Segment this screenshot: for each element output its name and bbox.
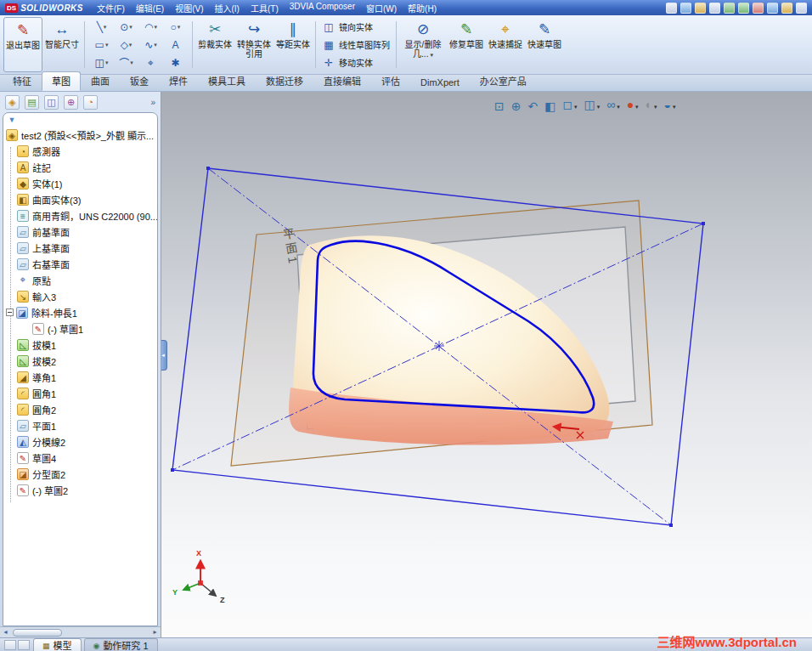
tree-item[interactable]: ◜ 圓角2 — [3, 401, 157, 417]
tab-weldments[interactable]: 焊件 — [159, 71, 198, 91]
menu-window[interactable]: 窗口(W) — [366, 2, 397, 14]
edit-appearance-icon[interactable]: ● — [627, 97, 639, 115]
options-icon[interactable] — [767, 3, 778, 14]
circle-tool[interactable]: ⊙ — [114, 18, 138, 36]
sketch-point[interactable] — [171, 468, 174, 472]
dimxpertmanager-tab-icon[interactable]: ⊕ — [64, 95, 78, 110]
tree-item[interactable]: ◜ 圓角1 — [3, 385, 157, 401]
slot-tool[interactable]: ◫ — [89, 54, 114, 71]
tab-features[interactable]: 特征 — [3, 71, 42, 91]
tree-item[interactable]: A 註記 — [3, 159, 157, 175]
save-icon[interactable] — [695, 3, 706, 14]
split-view-icon[interactable] — [4, 640, 16, 650]
point-tool[interactable]: ✱ — [163, 54, 188, 71]
tab-data-migration[interactable]: 数据迁移 — [256, 71, 313, 91]
tree-item[interactable]: ◆ 实体(1) — [3, 175, 157, 191]
tree-item[interactable]: ≡ 商用青銅，UNS C22000 (90... — [3, 207, 157, 224]
tree-item[interactable]: ⌖ 原點 — [3, 272, 157, 288]
panel-horizontal-scrollbar[interactable] — [0, 626, 161, 637]
exit-sketch-button[interactable]: ✎ 退出草图 — [3, 17, 42, 72]
viewport-canvas[interactable]: X Y Z — [161, 92, 812, 637]
menu-3dvia-composer[interactable]: 3DVIA Composer — [290, 2, 355, 14]
configurationmanager-tab-icon[interactable]: ◫ — [44, 95, 59, 110]
scrollbar-thumb[interactable] — [13, 629, 62, 637]
tree-item[interactable]: ◧ 曲面实体(3) — [3, 191, 157, 207]
tab-direct-editing[interactable]: 直接编辑 — [313, 71, 371, 91]
filter-icon[interactable] — [7, 115, 17, 125]
tab-mold-tools[interactable]: 模具工具 — [198, 71, 256, 91]
panel-splitter-handle[interactable] — [161, 340, 167, 371]
smart-dimension-button[interactable]: ↔ 智能尺寸 — [42, 17, 82, 72]
scroll-right-icon[interactable] — [149, 627, 161, 637]
text-tool[interactable]: A — [163, 36, 188, 54]
propertymanager-tab-icon[interactable]: ▤ — [25, 95, 39, 110]
trim-entities-button[interactable]: ✂ 剪裁实体 — [195, 17, 234, 72]
tab-office-products[interactable]: 办公室产品 — [470, 71, 537, 91]
redo-icon[interactable] — [738, 3, 749, 14]
repair-sketch-button[interactable]: ✎ 修复草图 — [447, 17, 486, 72]
open-icon[interactable] — [680, 3, 691, 14]
mirror-entities-button[interactable]: ◫ 镜向实体 — [322, 19, 390, 35]
spline-tool[interactable]: ∿ — [138, 36, 163, 54]
sketch-point[interactable] — [669, 524, 673, 527]
sketch-fillet-tool[interactable]: ⌒ — [114, 54, 138, 71]
convert-entities-button[interactable]: ↪ 转换实体引用 — [234, 17, 273, 72]
menu-edit[interactable]: 编辑(E) — [136, 2, 164, 14]
menu-file[interactable]: 文件(F) — [97, 2, 125, 14]
centerline-tool[interactable]: ⌖ — [138, 54, 163, 71]
linear-sketch-pattern-button[interactable]: ▦ 线性草图阵列 — [322, 37, 390, 53]
view-settings-icon[interactable]: ◒ — [664, 97, 676, 115]
tree-item[interactable]: ✎ (-) 草圖1 — [3, 320, 157, 337]
tab-dimxpert[interactable]: DimXpert — [410, 75, 470, 91]
tree-item[interactable]: ◪ 除料-伸長1 — [3, 304, 157, 320]
graphics-viewport[interactable]: X Y Z ⊡ ⊕ ↶ ◧ ◻ ◫ ∞ ● ◐ ◒ 平面1 — [161, 92, 812, 637]
motion-study-tab[interactable]: 動作研究 1 — [84, 638, 158, 651]
displaymanager-tab-icon[interactable]: ◔ — [83, 95, 98, 110]
help-icon[interactable] — [796, 3, 807, 14]
tree-item[interactable]: ◺ 拔模1 — [3, 337, 157, 353]
tree-item[interactable]: ◪ 分型面2 — [3, 466, 157, 482]
tab-surfaces[interactable]: 曲面 — [81, 71, 120, 91]
tab-evaluate[interactable]: 评估 — [371, 71, 410, 91]
section-view-icon[interactable]: ◧ — [544, 99, 555, 114]
polygon-tool[interactable]: ◇ — [114, 36, 138, 54]
tree-item[interactable]: ✎ (-) 草圖2 — [3, 482, 157, 498]
undo-icon[interactable] — [724, 3, 735, 14]
rectangle-tool[interactable]: ▭ — [89, 36, 114, 54]
menu-tools[interactable]: 工具(T) — [251, 2, 279, 14]
color-swatch-icon[interactable] — [781, 3, 792, 14]
collapse-toggle[interactable] — [6, 309, 14, 316]
tree-item[interactable]: ▱ 平面1 — [3, 417, 157, 433]
tree-item-root[interactable]: ◈ test2 (預設<<預設>_外觀 顯示... — [3, 127, 157, 143]
pane-layout-icon[interactable] — [18, 640, 30, 650]
tree-item[interactable]: ◭ 分模線2 — [3, 433, 157, 450]
featuremanager-tab-icon[interactable]: ◈ — [5, 95, 20, 110]
tab-sheet-metal[interactable]: 钣金 — [120, 71, 159, 91]
print-icon[interactable] — [709, 3, 720, 14]
view-orientation-icon[interactable]: ◻ — [562, 97, 577, 115]
new-document-icon[interactable] — [666, 3, 677, 14]
line-tool[interactable]: ╲ — [89, 18, 114, 36]
previous-view-icon[interactable]: ↶ — [527, 99, 538, 114]
arc-tool[interactable]: ◠ — [138, 18, 163, 36]
zoom-fit-icon[interactable]: ⊡ — [494, 99, 505, 114]
scroll-left-icon[interactable] — [0, 627, 11, 637]
display-delete-relations-button[interactable]: ⊘ 显示/删除几... — [399, 17, 447, 72]
menu-view[interactable]: 视图(V) — [175, 2, 203, 14]
sketch-point[interactable] — [206, 167, 210, 170]
tree-item[interactable]: ▱ 右基準面 — [3, 256, 157, 272]
model-tab[interactable]: 模型 — [33, 638, 82, 651]
tree-item[interactable]: ✎ 草圖4 — [3, 450, 157, 466]
panel-overflow-chevron-icon[interactable] — [150, 98, 155, 107]
zoom-area-icon[interactable]: ⊕ — [511, 99, 522, 114]
tab-sketch[interactable]: 草图 — [42, 71, 81, 91]
quick-snaps-button[interactable]: ⌖ 快速捕捉 — [486, 17, 525, 72]
tree-item[interactable]: ◔ 感測器 — [3, 143, 157, 159]
tree-item[interactable]: ▱ 上基準面 — [3, 240, 157, 256]
display-style-icon[interactable]: ◫ — [584, 97, 601, 115]
rebuild-icon[interactable] — [753, 3, 764, 14]
tree-item[interactable]: ◺ 拔模2 — [3, 353, 157, 369]
tree-item[interactable]: ▱ 前基準面 — [3, 224, 157, 240]
menu-insert[interactable]: 插入(I) — [214, 2, 239, 14]
tree-item[interactable]: ↘ 輸入3 — [3, 288, 157, 304]
